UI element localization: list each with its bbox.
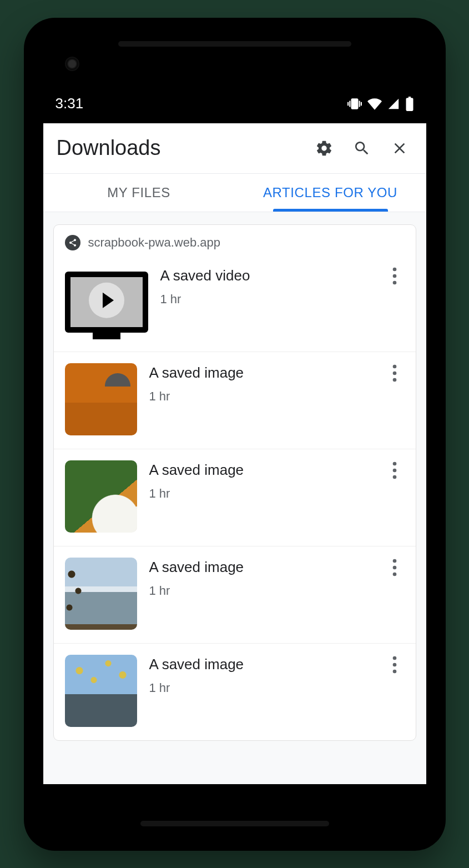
tab-my-files[interactable]: MY FILES: [43, 174, 235, 212]
list-item[interactable]: A saved image 1 hr: [54, 644, 416, 740]
item-title: A saved image: [149, 559, 372, 576]
svg-point-12: [392, 656, 396, 660]
close-icon: [391, 139, 409, 157]
svg-point-2: [392, 280, 396, 284]
list-item[interactable]: A saved image 1 hr: [54, 546, 416, 644]
status-icons: [347, 97, 414, 111]
vibrate-icon: [347, 97, 362, 111]
item-title: A saved image: [149, 364, 372, 382]
status-bar: 3:31: [43, 84, 426, 123]
source-domain: scrapbook-pwa.web.app: [88, 235, 220, 250]
item-subtitle: 1 hr: [149, 584, 372, 598]
item-subtitle: 1 hr: [149, 681, 372, 695]
more-button[interactable]: [385, 266, 405, 285]
thumbnail-image: [65, 460, 137, 533]
more-vert-icon: [392, 364, 397, 382]
front-camera: [65, 57, 79, 71]
svg-point-6: [392, 461, 396, 465]
source-card: scrapbook-pwa.web.app A saved video 1 hr: [53, 224, 416, 741]
svg-point-1: [392, 274, 396, 278]
content-area[interactable]: scrapbook-pwa.web.app A saved video 1 hr: [43, 212, 426, 784]
item-subtitle: 1 hr: [160, 292, 372, 307]
item-title: A saved image: [149, 656, 372, 673]
tab-label: ARTICLES FOR YOU: [263, 185, 397, 200]
search-icon: [353, 139, 371, 157]
status-time: 3:31: [56, 95, 84, 112]
svg-point-13: [392, 663, 396, 666]
svg-point-7: [392, 468, 396, 472]
card-header: scrapbook-pwa.web.app: [54, 225, 416, 255]
thumbnail-image: [65, 558, 137, 630]
page-title: Downloads: [57, 136, 300, 160]
svg-point-11: [392, 572, 396, 576]
tabs: MY FILES ARTICLES FOR YOU: [43, 173, 426, 212]
more-button[interactable]: [385, 558, 405, 576]
tab-articles-for-you[interactable]: ARTICLES FOR YOU: [235, 174, 426, 212]
svg-point-5: [392, 378, 396, 382]
svg-point-8: [392, 475, 396, 479]
screen: 3:31 Downloads: [43, 84, 426, 784]
item-subtitle: 1 hr: [149, 486, 372, 501]
gear-icon: [315, 139, 333, 157]
close-button[interactable]: [386, 135, 413, 162]
app-bar: Downloads: [43, 123, 426, 173]
list-item[interactable]: A saved image 1 hr: [54, 449, 416, 546]
downloads-app: Downloads MY FILES ARTICLES FOR YOU: [43, 123, 426, 784]
list-item[interactable]: A saved video 1 hr: [54, 255, 416, 352]
svg-point-10: [392, 565, 396, 569]
more-vert-icon: [392, 559, 397, 576]
thumbnail-video: [65, 266, 148, 338]
svg-point-0: [392, 267, 396, 271]
settings-button[interactable]: [311, 135, 337, 162]
share-icon: [65, 235, 80, 250]
thumbnail-image: [65, 655, 137, 727]
svg-point-9: [392, 559, 396, 563]
svg-point-4: [392, 371, 396, 375]
tab-label: MY FILES: [107, 185, 170, 200]
svg-point-14: [392, 669, 396, 673]
cellular-icon: [387, 98, 400, 110]
more-button[interactable]: [385, 363, 405, 382]
item-title: A saved image: [149, 461, 372, 479]
phone-frame: 3:31 Downloads: [24, 18, 446, 851]
more-button[interactable]: [385, 655, 405, 674]
more-vert-icon: [392, 461, 397, 479]
item-title: A saved video: [160, 267, 372, 284]
more-vert-icon: [392, 656, 397, 674]
search-button[interactable]: [349, 135, 375, 162]
battery-icon: [405, 97, 414, 111]
list-item[interactable]: A saved image 1 hr: [54, 352, 416, 449]
thumbnail-image: [65, 363, 137, 435]
svg-point-3: [392, 364, 396, 368]
wifi-icon: [367, 97, 382, 111]
more-vert-icon: [392, 267, 397, 285]
play-icon: [89, 282, 124, 318]
more-button[interactable]: [385, 460, 405, 479]
item-subtitle: 1 hr: [149, 389, 372, 404]
